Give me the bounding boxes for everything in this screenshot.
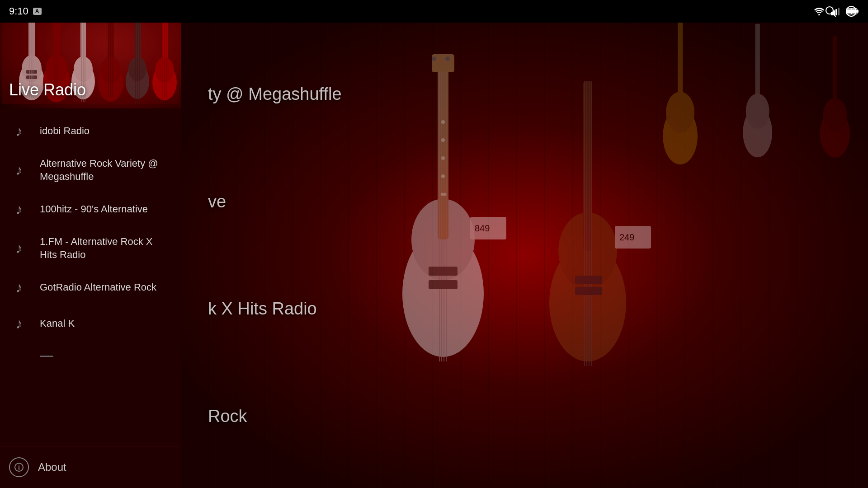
station-name-2: Alternative Rock Variety @ Megashuffle <box>40 157 172 183</box>
music-note-icon-1: ♪ <box>9 121 29 141</box>
station-name-6: Kanal K <box>40 317 75 330</box>
music-note-icon-4: ♪ <box>9 239 29 258</box>
music-note-icon-5: ♪ <box>9 277 29 297</box>
main-label-4: Rock <box>208 407 247 426</box>
svg-point-12 <box>851 8 852 9</box>
search-button[interactable] <box>825 5 836 17</box>
about-label: About <box>38 461 66 474</box>
sidebar: Live Radio ♪ idobi Radio ♪ Alternative R… <box>0 0 181 488</box>
svg-line-9 <box>832 13 835 16</box>
scroll-dots <box>40 356 53 357</box>
scroll-indicator: ♪ <box>0 342 181 369</box>
station-item-1[interactable]: ♪ idobi Radio <box>0 113 181 149</box>
music-note-icon-3: ♪ <box>9 199 29 219</box>
station-item-5[interactable]: ♪ GotRadio Alternative Rock <box>0 269 181 305</box>
wifi-icon <box>814 7 825 15</box>
station-list: ♪ idobi Radio ♪ Alternative Rock Variety… <box>0 108 181 446</box>
station-name-4: 1.FM - Alternative Rock X Hits Radio <box>40 235 172 261</box>
music-note-icon-6: ♪ <box>9 314 29 333</box>
info-button[interactable] <box>845 5 857 17</box>
status-bar: 9:10 A <box>0 0 868 23</box>
status-time: 9:10 <box>9 5 28 17</box>
station-item-6[interactable]: ♪ Kanal K <box>0 305 181 342</box>
station-item-2[interactable]: ♪ Alternative Rock Variety @ Megashuffle <box>0 149 181 191</box>
status-left: 9:10 A <box>9 5 42 17</box>
station-item-4[interactable]: ♪ 1.FM - Alternative Rock X Hits Radio <box>0 227 181 269</box>
station-item-3[interactable]: ♪ 100hitz - 90's Alternative <box>0 191 181 227</box>
station-name-3: 100hitz - 90's Alternative <box>40 203 148 216</box>
station-name-1: idobi Radio <box>40 125 90 138</box>
svg-point-0 <box>818 14 820 15</box>
top-right-buttons <box>825 0 868 23</box>
main-content: ty @ Megashuffle ve k X Hits Radio Rock <box>181 23 868 488</box>
main-label-1: ty @ Megashuffle <box>208 84 342 104</box>
about-section[interactable]: About <box>0 446 181 488</box>
svg-point-94 <box>19 465 19 466</box>
status-badge: A <box>33 8 42 15</box>
about-icon <box>9 457 29 477</box>
sidebar-title: Live Radio <box>9 80 86 99</box>
main-label-2: ve <box>208 192 226 211</box>
music-note-icon-2: ♪ <box>9 160 29 180</box>
station-name-5: GotRadio Alternative Rock <box>40 281 156 294</box>
main-label-3: k X Hits Radio <box>208 299 317 319</box>
